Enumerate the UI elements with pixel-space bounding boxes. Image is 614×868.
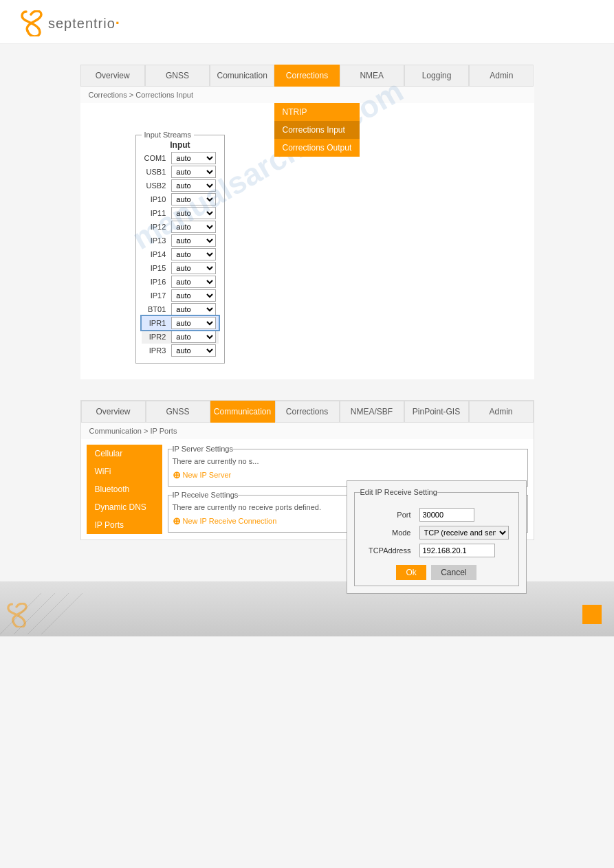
table-row: IPR2auto bbox=[142, 330, 219, 344]
orange-rectangle[interactable] bbox=[582, 605, 602, 624]
input-streams-legend: Input Streams bbox=[142, 131, 194, 139]
table-row: IP13auto bbox=[142, 234, 219, 247]
breadcrumb-2: Communication > IP Ports bbox=[81, 423, 534, 439]
ip-server-legend: IP Server Settings bbox=[173, 445, 233, 453]
stream-label: IP11 bbox=[142, 206, 169, 220]
port-input[interactable] bbox=[419, 508, 474, 522]
stream-label: IP14 bbox=[142, 247, 169, 261]
plus-icon: ⊕ bbox=[173, 469, 181, 480]
svg-line-3 bbox=[41, 593, 83, 634]
stream-select[interactable]: auto bbox=[171, 152, 216, 164]
table-row: IP10auto bbox=[142, 192, 219, 206]
comm-bluetooth[interactable]: Bluetooth bbox=[87, 480, 162, 498]
table-row: IP14auto bbox=[142, 247, 219, 261]
stream-select[interactable]: auto bbox=[171, 289, 216, 302]
stream-label: IPR1 bbox=[142, 316, 169, 330]
mode-label: Mode bbox=[360, 524, 415, 542]
stream-label: USB1 bbox=[142, 165, 169, 179]
nav-gnss[interactable]: GNSS bbox=[145, 65, 210, 87]
nav-logging[interactable]: Logging bbox=[404, 65, 469, 87]
new-ip-server-button[interactable]: ⊕ New IP Server bbox=[173, 468, 232, 482]
nav-comunication[interactable]: Comunication bbox=[210, 65, 274, 87]
stream-select[interactable]: auto bbox=[171, 248, 216, 260]
edit-ip-table: Port Mode TCP (receive and send) TCPAddr… bbox=[360, 506, 513, 559]
stream-select[interactable]: auto bbox=[171, 262, 216, 274]
nav2-pinpoint[interactable]: PinPoint-GIS bbox=[404, 401, 469, 423]
tcpaddress-input[interactable] bbox=[419, 544, 495, 557]
nav2-admin[interactable]: Admin bbox=[469, 401, 534, 423]
logo-area: septentrio· bbox=[21, 10, 593, 36]
table-row: COM1auto bbox=[142, 151, 219, 165]
edit-ip-legend: Edit IP Receive Setting bbox=[360, 488, 437, 496]
stream-select[interactable]: auto bbox=[171, 344, 216, 357]
stream-label: IPR2 bbox=[142, 330, 169, 344]
port-label: Port bbox=[360, 506, 415, 524]
decorative-pattern bbox=[0, 593, 83, 636]
stream-label: BT01 bbox=[142, 302, 169, 316]
input-streams-fieldset: Input Streams Input COM1autoUSB1autoUSB2… bbox=[135, 131, 226, 364]
stream-select[interactable]: auto bbox=[171, 207, 216, 219]
nav2-corrections[interactable]: Corrections bbox=[275, 401, 340, 423]
mode-select[interactable]: TCP (receive and send) bbox=[419, 526, 509, 539]
table-row: IP11auto bbox=[142, 206, 219, 220]
nav-corrections[interactable]: Corrections bbox=[274, 65, 339, 87]
stream-select[interactable]: auto bbox=[171, 179, 216, 192]
svg-line-2 bbox=[28, 593, 69, 634]
ok-button[interactable]: Ok bbox=[396, 565, 426, 580]
tcpaddress-label: TCPAddress bbox=[360, 542, 415, 559]
plus-icon2: ⊕ bbox=[173, 515, 181, 526]
nav2-gnss[interactable]: GNSS bbox=[146, 401, 210, 423]
edit-ip-dialog: Edit IP Receive Setting Port Mode TCP (r… bbox=[347, 480, 527, 594]
septentrio-logo-icon bbox=[21, 10, 43, 36]
breadcrumb-1: Corrections > Corrections Input bbox=[80, 87, 534, 103]
stream-select[interactable]: auto bbox=[171, 166, 216, 178]
stream-select[interactable]: auto bbox=[171, 317, 216, 329]
stream-label: IP10 bbox=[142, 192, 169, 206]
cancel-button[interactable]: Cancel bbox=[431, 565, 476, 580]
svg-line-0 bbox=[0, 593, 41, 634]
nav-bar-1: Overview GNSS Comunication Corrections N… bbox=[80, 65, 534, 87]
stream-select[interactable]: auto bbox=[171, 193, 216, 205]
new-ip-receive-button[interactable]: ⊕ New IP Receive Connection bbox=[173, 514, 277, 528]
stream-select[interactable]: auto bbox=[171, 331, 216, 343]
comm-cellular[interactable]: Cellular bbox=[87, 445, 162, 463]
stream-label: IP12 bbox=[142, 220, 169, 234]
comm-wifi[interactable]: WiFi bbox=[87, 463, 162, 480]
table-row: USB2auto bbox=[142, 179, 219, 192]
stream-label: IP13 bbox=[142, 234, 169, 247]
comm-ip-ports[interactable]: IP Ports bbox=[87, 516, 162, 534]
nav2-communication[interactable]: Communication bbox=[210, 401, 275, 423]
dropdown-ntrip[interactable]: NTRIP bbox=[274, 103, 360, 121]
svg-line-1 bbox=[14, 593, 55, 634]
stream-label: IP17 bbox=[142, 289, 169, 302]
stream-label: IPR3 bbox=[142, 344, 169, 357]
dropdown-corrections-input[interactable]: Corrections Input bbox=[274, 121, 360, 139]
screenshot1: manualsarchive.com Overview GNSS Comunic… bbox=[80, 65, 534, 379]
stream-select[interactable]: auto bbox=[171, 303, 216, 315]
ip-receive-legend: IP Receive Settings bbox=[173, 491, 239, 499]
input-header: Input bbox=[142, 139, 219, 151]
nav-overview[interactable]: Overview bbox=[80, 65, 145, 87]
nav-admin[interactable]: Admin bbox=[469, 65, 534, 87]
stream-label: COM1 bbox=[142, 151, 169, 165]
ip-server-text: There are currently no s... bbox=[173, 457, 523, 465]
edit-ip-fieldset: Edit IP Receive Setting Port Mode TCP (r… bbox=[354, 488, 519, 586]
table-row: USB1auto bbox=[142, 165, 219, 179]
table-row: IP17auto bbox=[142, 289, 219, 302]
table-row: IPR1auto bbox=[142, 316, 219, 330]
nav2-nmea[interactable]: NMEA/SBF bbox=[340, 401, 404, 423]
stream-label: IP16 bbox=[142, 275, 169, 289]
stream-select[interactable]: auto bbox=[171, 234, 216, 247]
nav-nmea[interactable]: NMEA bbox=[340, 65, 404, 87]
stream-select[interactable]: auto bbox=[171, 221, 216, 233]
comm-dynamic-dns[interactable]: Dynamic DNS bbox=[87, 498, 162, 516]
stream-select[interactable]: auto bbox=[171, 276, 216, 288]
table-row: IP12auto bbox=[142, 220, 219, 234]
nav2-overview[interactable]: Overview bbox=[81, 401, 146, 423]
new-ip-server-label: New IP Server bbox=[183, 471, 232, 479]
comm-dropdown-container: Cellular WiFi Bluetooth Dynamic DNS IP P… bbox=[87, 445, 162, 534]
input-streams-table: Input COM1autoUSB1autoUSB2autoIP10autoIP… bbox=[142, 139, 219, 357]
nav-bar-2: Overview GNSS Communication Corrections … bbox=[81, 401, 534, 423]
table-row: IP15auto bbox=[142, 261, 219, 275]
dropdown-corrections-output[interactable]: Corrections Output bbox=[274, 139, 360, 157]
